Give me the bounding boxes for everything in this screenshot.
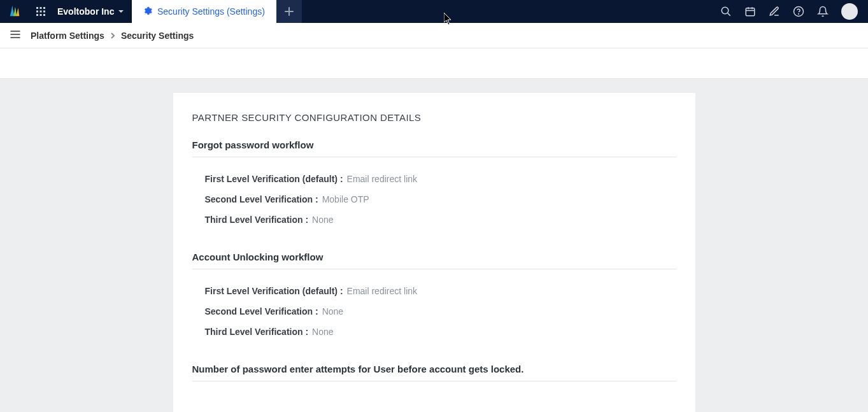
card-title: PARTNER SECURITY CONFIGURATION DETAILS: [192, 112, 676, 123]
field-value: None: [312, 327, 333, 337]
calendar-icon[interactable]: [744, 6, 756, 17]
field-row: Second Level Verification : Mobile OTP: [205, 189, 676, 210]
svg-rect-4: [40, 11, 42, 13]
topbar-actions: [720, 0, 868, 23]
new-tab-button[interactable]: [276, 0, 302, 23]
svg-rect-6: [36, 14, 38, 16]
chevron-down-icon: [118, 6, 124, 17]
field-value: None: [312, 215, 333, 225]
section-attempts-title: Number of password enter attempts for Us…: [192, 364, 676, 381]
svg-point-9: [722, 7, 729, 14]
brand-area: Evoltobor Inc: [0, 0, 132, 23]
breadcrumb-parent[interactable]: Platform Settings: [31, 31, 104, 41]
svg-rect-7: [40, 14, 42, 16]
field-row: First Level Verification (default) : Ema…: [205, 281, 676, 301]
search-icon[interactable]: [720, 6, 732, 17]
security-config-card: PARTNER SECURITY CONFIGURATION DETAILS F…: [173, 93, 695, 412]
field-value: None: [322, 306, 343, 316]
section-unlock-title: Account Unlocking workflow: [192, 252, 676, 269]
field-row: Second Level Verification : None: [205, 301, 676, 322]
notifications-icon[interactable]: [817, 6, 829, 17]
field-label: Third Level Verification :: [205, 327, 309, 337]
tab-label: Security Settings (Settings): [157, 6, 265, 17]
tab-security-settings[interactable]: Security Settings (Settings): [132, 0, 276, 23]
svg-rect-1: [40, 7, 42, 9]
tabs-area: Security Settings (Settings): [132, 0, 302, 23]
field-label: First Level Verification (default) :: [205, 174, 343, 184]
content-scroll[interactable]: PARTNER SECURITY CONFIGURATION DETAILS F…: [0, 79, 868, 412]
svg-point-12: [799, 13, 799, 14]
gear-icon: [143, 6, 152, 17]
breadcrumb: Platform Settings Security Settings: [31, 31, 194, 41]
svg-rect-10: [746, 8, 755, 16]
field-label: Second Level Verification :: [205, 194, 318, 204]
topbar: Evoltobor Inc Security Settings (Setting…: [0, 0, 868, 23]
page-toolbar: [0, 48, 868, 79]
field-label: First Level Verification (default) :: [205, 286, 343, 296]
field-row: First Level Verification (default) : Ema…: [205, 169, 676, 189]
chevron-right-icon: [110, 31, 116, 41]
brand-logo[interactable]: [0, 0, 29, 23]
org-name-label: Evoltobor Inc: [57, 6, 114, 17]
section-forgot-title: Forgot password workflow: [192, 139, 676, 157]
svg-rect-2: [43, 7, 45, 9]
menu-toggle-icon[interactable]: [9, 28, 22, 43]
breadcrumb-current: Security Settings: [121, 31, 194, 41]
forgot-field-list: First Level Verification (default) : Ema…: [192, 169, 676, 230]
breadcrumb-bar: Platform Settings Security Settings: [0, 23, 868, 48]
field-label: Third Level Verification :: [205, 215, 309, 225]
svg-rect-3: [36, 11, 38, 13]
org-selector[interactable]: Evoltobor Inc: [52, 6, 129, 17]
unlock-field-list: First Level Verification (default) : Ema…: [192, 281, 676, 342]
svg-rect-8: [43, 14, 45, 16]
app-launcher-icon[interactable]: [29, 0, 52, 23]
field-row: Third Level Verification : None: [205, 322, 676, 342]
avatar[interactable]: [841, 3, 858, 20]
svg-rect-5: [43, 11, 45, 13]
field-value: Email redirect link: [347, 174, 417, 184]
field-value: Email redirect link: [347, 286, 417, 296]
field-row: Third Level Verification : None: [205, 210, 676, 230]
field-label: Second Level Verification :: [205, 306, 318, 316]
help-icon[interactable]: [793, 6, 804, 17]
field-value: Mobile OTP: [322, 194, 369, 204]
compose-icon[interactable]: [769, 6, 780, 17]
svg-rect-0: [36, 7, 38, 9]
